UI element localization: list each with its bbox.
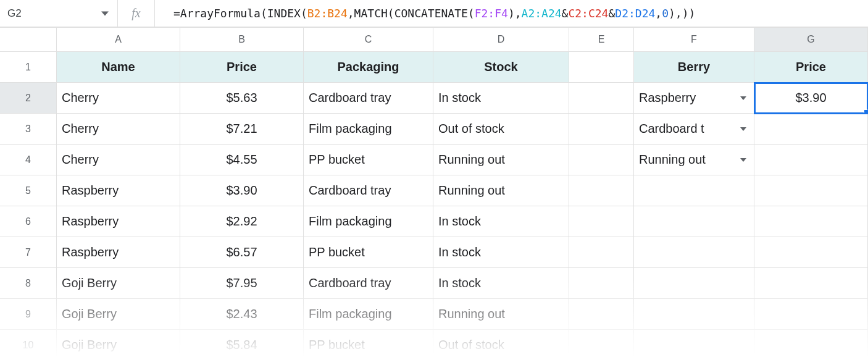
cell-G6[interactable] — [754, 206, 868, 237]
cell-D9[interactable]: Running out — [433, 299, 569, 330]
cell-B5[interactable]: $3.90 — [180, 175, 304, 206]
cell-B10[interactable]: $5.84 — [180, 330, 304, 357]
row-header-5[interactable]: 5 — [0, 175, 57, 206]
cell-A4[interactable]: Cherry — [57, 145, 180, 175]
cell-F5[interactable] — [634, 175, 754, 206]
cell-C9[interactable]: Film packaging — [304, 299, 433, 330]
cell-E4[interactable] — [569, 145, 634, 175]
cell-E8[interactable] — [569, 268, 634, 299]
col-header-A[interactable]: A — [57, 27, 180, 52]
cell-E7[interactable] — [569, 237, 634, 268]
cell-E5[interactable] — [569, 175, 634, 206]
cell-G2[interactable]: $3.90 — [754, 83, 868, 114]
cell-F10[interactable] — [634, 330, 754, 357]
cell-F9[interactable] — [634, 299, 754, 330]
row-header-1[interactable]: 1 — [0, 52, 57, 83]
row-header-7[interactable]: 7 — [0, 237, 57, 268]
cell-E6[interactable] — [569, 206, 634, 237]
cell-E10[interactable] — [569, 330, 634, 357]
cell-C7[interactable]: PP bucket — [304, 237, 433, 268]
dropdown-button-F4[interactable] — [738, 154, 749, 166]
cell-E3[interactable] — [569, 114, 634, 145]
cell-E2[interactable] — [569, 83, 634, 114]
cell-F4[interactable]: Running out — [634, 145, 754, 175]
cell-B3[interactable]: $7.21 — [180, 114, 304, 145]
cell-E1[interactable] — [569, 52, 634, 83]
cell-F2[interactable]: Raspberry — [634, 83, 754, 114]
col-header-G[interactable]: G — [754, 27, 868, 52]
cell-D2[interactable]: In stock — [433, 83, 569, 114]
cell-A10[interactable]: Goji Berry — [57, 330, 180, 357]
name-box-dropdown[interactable] — [93, 0, 117, 27]
cell-A5[interactable]: Raspberry — [57, 175, 180, 206]
cell-G3[interactable] — [754, 114, 868, 145]
cell-G7[interactable] — [754, 237, 868, 268]
cell-A1[interactable]: Name — [57, 52, 180, 83]
select-all-corner[interactable] — [0, 27, 57, 52]
cell-F3[interactable]: Cardboard t — [634, 114, 754, 145]
formula-input[interactable]: =ArrayFormula(INDEX(B2:B24,MATCH(CONCATE… — [154, 0, 868, 27]
cell-D5[interactable]: Running out — [433, 175, 569, 206]
row-header-2[interactable]: 2 — [0, 83, 57, 114]
cell-A8[interactable]: Goji Berry — [57, 268, 180, 299]
cell-G1[interactable]: Price — [754, 52, 868, 83]
dropdown-button-F2[interactable] — [738, 93, 749, 104]
cell-G8[interactable] — [754, 268, 868, 299]
cell-G10[interactable] — [754, 330, 868, 357]
cell-C3[interactable]: Film packaging — [304, 114, 433, 145]
row-header-10[interactable]: 10 — [0, 330, 57, 357]
cell-A9[interactable]: Goji Berry — [57, 299, 180, 330]
cell-F7[interactable] — [634, 237, 754, 268]
col-header-C[interactable]: C — [304, 27, 433, 52]
row-header-8[interactable]: 8 — [0, 268, 57, 299]
cell-D1[interactable]: Stock — [433, 52, 569, 83]
cell-C6[interactable]: Film packaging — [304, 206, 433, 237]
cell-G4[interactable] — [754, 145, 868, 175]
cell-B4[interactable]: $4.55 — [180, 145, 304, 175]
cell-B6[interactable]: $2.92 — [180, 206, 304, 237]
cell-C5[interactable]: Cardboard tray — [304, 175, 433, 206]
cell-D7[interactable]: In stock — [433, 237, 569, 268]
row-header-3[interactable]: 3 — [0, 114, 57, 145]
cell-E9[interactable] — [569, 299, 634, 330]
cell-C1[interactable]: Packaging — [304, 52, 433, 83]
cell-F6[interactable] — [634, 206, 754, 237]
cell-B9[interactable]: $2.43 — [180, 299, 304, 330]
cell-F1[interactable]: Berry — [634, 52, 754, 83]
cell-G5[interactable] — [754, 175, 868, 206]
cell-B1[interactable]: Price — [180, 52, 304, 83]
col-header-F[interactable]: F — [634, 27, 754, 52]
cell-D3[interactable]: Out of stock — [433, 114, 569, 145]
cell-A6[interactable]: Raspberry — [57, 206, 180, 237]
cell-B7[interactable]: $6.57 — [180, 237, 304, 268]
cell-D8[interactable]: In stock — [433, 268, 569, 299]
cell-B8[interactable]: $7.95 — [180, 268, 304, 299]
col-header-E[interactable]: E — [569, 27, 634, 52]
cell-G9[interactable] — [754, 299, 868, 330]
cell-A2[interactable]: Cherry — [57, 83, 180, 114]
cell-F4-value: Running out — [639, 153, 706, 167]
cell-D6[interactable]: In stock — [433, 206, 569, 237]
chevron-down-icon — [740, 157, 746, 163]
formula-text: =ArrayFormula(INDEX(B2:B24,MATCH(CONCATE… — [173, 7, 695, 20]
col-header-B[interactable]: B — [180, 27, 304, 52]
cell-F8[interactable] — [634, 268, 754, 299]
row-header-4[interactable]: 4 — [0, 145, 57, 175]
cell-B2[interactable]: $5.63 — [180, 83, 304, 114]
cell-C4[interactable]: PP bucket — [304, 145, 433, 175]
cell-D4[interactable]: Running out — [433, 145, 569, 175]
col-header-D[interactable]: D — [433, 27, 569, 52]
cell-A3[interactable]: Cherry — [57, 114, 180, 145]
cell-C8[interactable]: Cardboard tray — [304, 268, 433, 299]
cell-F2-value: Raspberry — [639, 91, 696, 105]
dropdown-button-F3[interactable] — [738, 124, 749, 135]
cell-A7[interactable]: Raspberry — [57, 237, 180, 268]
formula-bar: G2 fx =ArrayFormula(INDEX(B2:B24,MATCH(C… — [0, 0, 868, 27]
cell-D10[interactable]: Out of stock — [433, 330, 569, 357]
spreadsheet-grid: A B C D E F G 1 Name Price Packaging Sto… — [0, 27, 868, 357]
row-header-6[interactable]: 6 — [0, 206, 57, 237]
row-header-9[interactable]: 9 — [0, 299, 57, 330]
cell-C2[interactable]: Cardboard tray — [304, 83, 433, 114]
cell-C10[interactable]: PP bucket — [304, 330, 433, 357]
name-box[interactable]: G2 — [0, 0, 93, 27]
